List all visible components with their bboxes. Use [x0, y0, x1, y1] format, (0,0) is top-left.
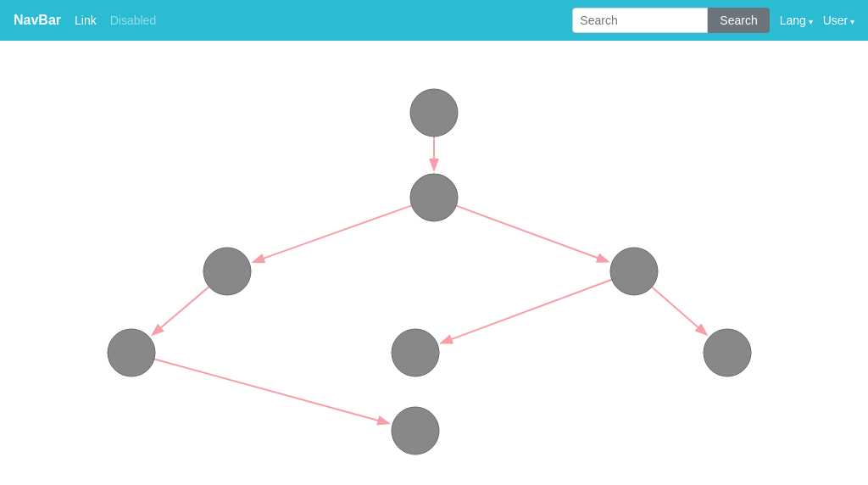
svg-point-13 — [704, 329, 751, 376]
svg-line-4 — [442, 280, 612, 343]
search-input[interactable] — [572, 8, 708, 33]
svg-point-9 — [203, 248, 251, 295]
lang-dropdown[interactable]: Lang — [780, 14, 813, 27]
svg-line-5 — [652, 287, 705, 333]
svg-line-1 — [254, 205, 412, 261]
svg-line-2 — [456, 206, 607, 262]
search-button[interactable]: Search — [708, 8, 769, 33]
svg-point-11 — [108, 329, 155, 376]
svg-point-7 — [410, 89, 458, 137]
svg-point-10 — [610, 248, 658, 295]
svg-line-6 — [154, 359, 387, 423]
svg-point-14 — [392, 407, 439, 454]
graph-svg — [0, 41, 868, 485]
svg-line-3 — [153, 287, 209, 334]
navbar: NavBar Link Disabled Search Lang User — [0, 0, 868, 41]
user-dropdown[interactable]: User — [823, 14, 854, 27]
navbar-link[interactable]: Link — [75, 14, 97, 27]
graph-area — [0, 41, 868, 485]
svg-point-12 — [392, 329, 439, 376]
search-group: Search Lang User — [572, 8, 854, 33]
navbar-disabled: Disabled — [110, 14, 156, 27]
navbar-brand: NavBar — [14, 13, 61, 28]
svg-point-8 — [410, 174, 458, 221]
